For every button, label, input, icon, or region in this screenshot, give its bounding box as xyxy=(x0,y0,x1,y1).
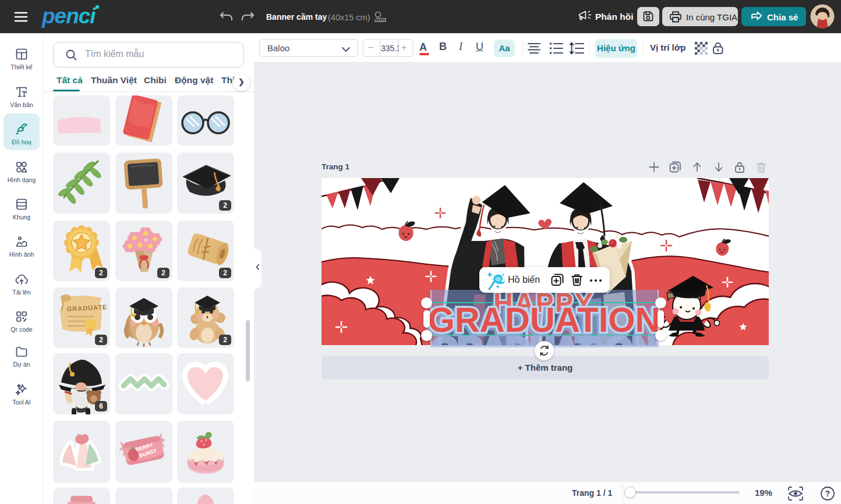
svg-text:penci: penci xyxy=(41,4,96,28)
svg-text:GRADUATION: GRADUATION xyxy=(428,300,660,339)
svg-text:?: ? xyxy=(825,489,831,498)
